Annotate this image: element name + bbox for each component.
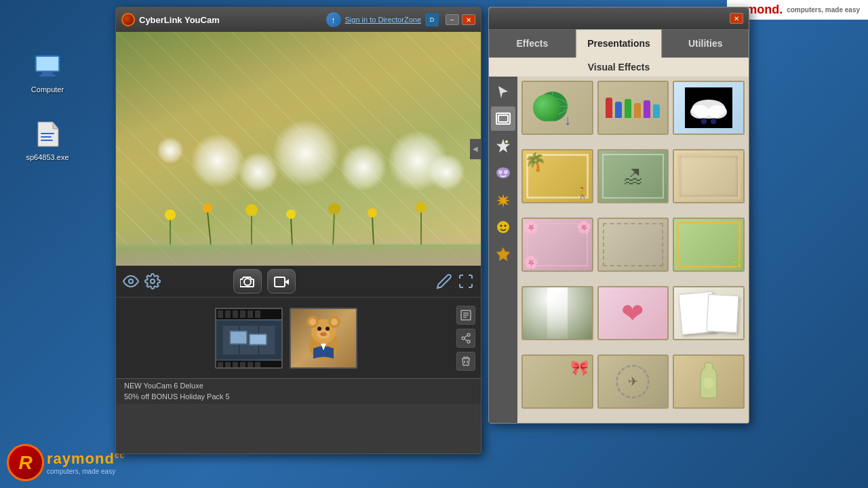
effect-photo-strip[interactable] <box>673 286 745 340</box>
svg-point-23 <box>368 208 377 218</box>
computer-icon-label: Computer <box>31 85 64 94</box>
sidebar-icon-sparkle[interactable] <box>491 134 515 158</box>
orb-large-left <box>191 134 245 188</box>
raymond-text: raymondcc computers, made easy <box>47 450 125 475</box>
settings-button[interactable] <box>144 273 161 289</box>
svg-point-81 <box>701 119 707 124</box>
sidebar-icon-badge[interactable] <box>491 242 515 266</box>
effect-dots-frame[interactable] <box>597 218 669 272</box>
film-strip-bottom <box>216 361 281 368</box>
sidebar-icon-cursor[interactable] <box>491 79 515 104</box>
svg-point-25 <box>416 202 427 213</box>
effect-flower-frame[interactable]: 🌸 🌸 🌸 <box>521 218 593 272</box>
director-badge-icon[interactable]: D <box>425 13 439 26</box>
sidebar-icon-special[interactable] <box>491 188 515 212</box>
effects-grid: ↓ <box>517 77 749 423</box>
tab-effects[interactable]: Effects <box>489 29 576 58</box>
desktop: Computer sp64853.exe R raymondcc compute… <box>0 0 868 488</box>
youcam-titlebar: CyberLink YouCam ↑ Sign in to DirectorZo… <box>116 7 481 32</box>
svg-point-80 <box>708 105 727 119</box>
svg-line-58 <box>465 339 467 341</box>
bottom-toolbar <box>116 266 481 297</box>
youcam-window: CyberLink YouCam ↑ Sign in to DirectorZo… <box>115 7 481 454</box>
tab-bar: Effects Presentations Utilities <box>489 29 749 58</box>
tab-utilities[interactable]: Utilities <box>662 29 749 58</box>
desktop-icon-computer[interactable]: Computer <box>20 47 75 96</box>
svg-point-68 <box>497 221 509 233</box>
right-tools <box>436 273 474 289</box>
effect-palm-frame[interactable]: 🌴 🚶 <box>521 149 593 203</box>
preview-scroll-arrow[interactable]: ◀ <box>470 139 481 159</box>
eye-button[interactable] <box>123 273 139 289</box>
effects-close-button[interactable]: ✕ <box>730 13 743 24</box>
ground-gradient <box>116 232 481 266</box>
camera-preview: ◀ <box>116 32 481 266</box>
svg-point-45 <box>331 319 338 325</box>
orb-small-far <box>428 154 465 191</box>
svg-line-57 <box>465 336 467 338</box>
effect-cloud[interactable] <box>673 81 745 135</box>
sidebar-icon-mask[interactable] <box>491 161 515 185</box>
svg-point-17 <box>245 204 258 216</box>
svg-point-15 <box>203 203 212 213</box>
filmstrip-buttons <box>456 306 475 371</box>
photo-capture-button[interactable] <box>233 269 262 293</box>
delete-button[interactable] <box>456 352 475 371</box>
update-icon[interactable]: ↑ <box>326 12 341 27</box>
svg-point-64 <box>505 140 508 143</box>
minimize-button[interactable]: − <box>446 14 459 25</box>
film-video-content <box>216 309 281 367</box>
film-content-area <box>216 319 281 361</box>
svg-point-49 <box>320 332 327 336</box>
effect-photo-frame-3[interactable] <box>673 149 745 203</box>
close-button[interactable]: ✕ <box>462 14 475 25</box>
promo-line1: NEW YouCam 6 Deluxe <box>124 382 203 390</box>
svg-rect-3 <box>39 75 56 77</box>
svg-point-47 <box>317 327 321 331</box>
filmstrip-area <box>116 297 481 378</box>
effect-beach-frame[interactable]: 🏖 <box>597 149 669 203</box>
effect-grass-frame[interactable]: 🌱 <box>673 218 745 272</box>
desktop-icon-exe[interactable]: sp64853.exe <box>20 115 75 164</box>
svg-rect-2 <box>42 72 53 75</box>
svg-point-21 <box>328 203 340 215</box>
filmstrip-items <box>121 308 451 369</box>
effect-ribbon[interactable]: 🎀 <box>521 354 593 409</box>
svg-rect-1 <box>37 57 58 70</box>
svg-point-69 <box>500 225 502 227</box>
svg-rect-37 <box>231 331 246 343</box>
svg-point-70 <box>505 225 507 227</box>
fullscreen-button[interactable] <box>458 273 474 289</box>
sidebar-icon-face[interactable] <box>491 215 515 239</box>
effect-heart-frame[interactable]: ❤ <box>597 286 669 340</box>
film-thumb-bear[interactable] <box>290 308 357 369</box>
sidebar-icon-frames[interactable] <box>491 106 515 131</box>
exe-icon <box>31 118 64 150</box>
share-button[interactable] <box>456 329 475 348</box>
svg-point-82 <box>711 119 716 124</box>
tab-presentations[interactable]: Presentations <box>576 29 663 58</box>
video-record-button[interactable] <box>267 269 296 293</box>
svg-point-48 <box>326 327 330 331</box>
youcam-title: CyberLink YouCam <box>139 15 322 25</box>
effect-globe-download[interactable]: ↓ <box>521 81 593 135</box>
svg-point-43 <box>309 319 316 325</box>
effect-spotlight[interactable] <box>521 286 593 340</box>
grid-wrapper: ↓ <box>517 77 749 423</box>
svg-point-79 <box>690 105 709 119</box>
svg-text:↓: ↓ <box>564 113 571 127</box>
effect-bottle[interactable] <box>673 354 745 409</box>
icon-sidebar <box>489 77 517 423</box>
effect-colors[interactable] <box>597 81 669 135</box>
svg-point-83 <box>703 378 714 388</box>
window-controls: − ✕ <box>446 14 475 25</box>
sign-in-link[interactable]: Sign in to DirectorZone <box>345 16 422 24</box>
effect-stamp[interactable]: ✈ <box>597 354 669 409</box>
promo-line2: 50% off BONUS Holiday Pack 5 <box>124 392 230 401</box>
import-button[interactable] <box>456 306 475 325</box>
draw-button[interactable] <box>436 273 452 289</box>
orb-large-center <box>272 119 340 187</box>
svg-point-19 <box>286 209 296 219</box>
film-thumb-video[interactable] <box>215 308 283 369</box>
svg-point-28 <box>151 279 155 283</box>
